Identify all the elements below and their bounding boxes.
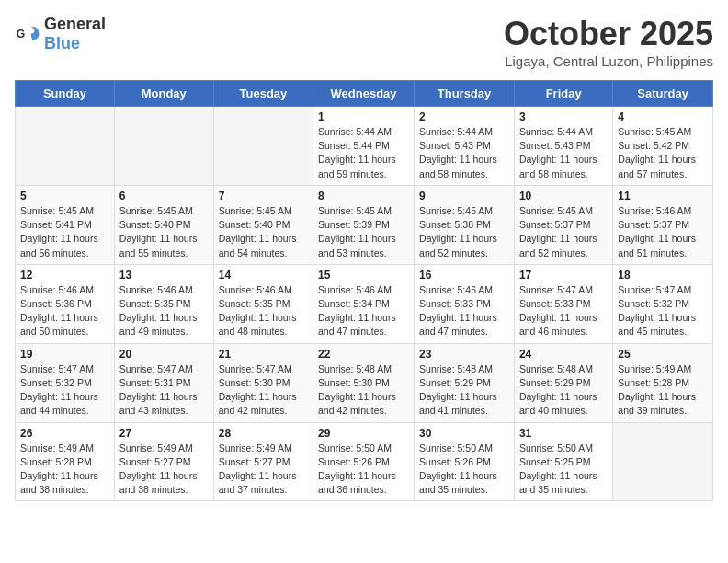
day-info: Sunrise: 5:45 AM Sunset: 5:38 PM Dayligh… bbox=[419, 204, 509, 260]
day-number: 18 bbox=[618, 269, 708, 282]
day-info: Sunrise: 5:50 AM Sunset: 5:25 PM Dayligh… bbox=[519, 442, 608, 498]
calendar-cell: 31Sunrise: 5:50 AM Sunset: 5:25 PM Dayli… bbox=[514, 422, 612, 501]
calendar-cell: 15Sunrise: 5:46 AM Sunset: 5:34 PM Dayli… bbox=[313, 264, 415, 343]
day-info: Sunrise: 5:49 AM Sunset: 5:27 PM Dayligh… bbox=[119, 442, 209, 498]
month-title: October 2025 bbox=[504, 15, 713, 53]
day-info: Sunrise: 5:50 AM Sunset: 5:26 PM Dayligh… bbox=[419, 442, 509, 498]
weekday-header-thursday: Thursday bbox=[415, 81, 515, 107]
day-number: 19 bbox=[20, 348, 109, 361]
day-info: Sunrise: 5:49 AM Sunset: 5:28 PM Dayligh… bbox=[618, 362, 708, 419]
day-info: Sunrise: 5:46 AM Sunset: 5:33 PM Dayligh… bbox=[419, 283, 509, 339]
day-info: Sunrise: 5:45 AM Sunset: 5:40 PM Dayligh… bbox=[219, 204, 308, 260]
day-number: 16 bbox=[419, 269, 509, 282]
day-info: Sunrise: 5:47 AM Sunset: 5:30 PM Dayligh… bbox=[219, 362, 308, 419]
day-number: 17 bbox=[519, 269, 608, 282]
calendar-cell: 1Sunrise: 5:44 AM Sunset: 5:44 PM Daylig… bbox=[313, 107, 415, 186]
title-block: October 2025 Ligaya, Central Luzon, Phil… bbox=[504, 15, 713, 69]
day-info: Sunrise: 5:49 AM Sunset: 5:27 PM Dayligh… bbox=[219, 442, 308, 498]
day-info: Sunrise: 5:46 AM Sunset: 5:35 PM Dayligh… bbox=[119, 283, 209, 339]
weekday-header-sunday: Sunday bbox=[16, 81, 115, 107]
day-number: 23 bbox=[419, 348, 509, 361]
day-number: 25 bbox=[618, 348, 708, 361]
weekday-header-friday: Friday bbox=[514, 81, 612, 107]
week-row-3: 19Sunrise: 5:47 AM Sunset: 5:32 PM Dayli… bbox=[16, 343, 713, 422]
day-info: Sunrise: 5:44 AM Sunset: 5:43 PM Dayligh… bbox=[519, 125, 608, 181]
calendar-cell: 9Sunrise: 5:45 AM Sunset: 5:38 PM Daylig… bbox=[415, 185, 515, 264]
calendar-cell: 7Sunrise: 5:45 AM Sunset: 5:40 PM Daylig… bbox=[213, 185, 313, 264]
weekday-header-wednesday: Wednesday bbox=[313, 81, 415, 107]
day-info: Sunrise: 5:46 AM Sunset: 5:36 PM Dayligh… bbox=[20, 283, 109, 339]
day-number: 5 bbox=[20, 190, 109, 202]
day-number: 24 bbox=[519, 348, 608, 361]
location-title: Ligaya, Central Luzon, Philippines bbox=[504, 53, 713, 69]
weekday-header-tuesday: Tuesday bbox=[213, 81, 313, 107]
calendar-cell: 3Sunrise: 5:44 AM Sunset: 5:43 PM Daylig… bbox=[514, 107, 612, 186]
logo-icon: G bbox=[15, 21, 40, 47]
day-info: Sunrise: 5:46 AM Sunset: 5:34 PM Dayligh… bbox=[318, 283, 409, 339]
day-info: Sunrise: 5:45 AM Sunset: 5:42 PM Dayligh… bbox=[618, 125, 708, 181]
logo-blue: Blue bbox=[44, 34, 80, 52]
logo-general: General bbox=[44, 15, 106, 33]
day-number: 27 bbox=[119, 427, 209, 440]
calendar-cell: 24Sunrise: 5:48 AM Sunset: 5:29 PM Dayli… bbox=[514, 343, 612, 422]
calendar-cell bbox=[16, 107, 115, 186]
day-number: 29 bbox=[318, 427, 409, 440]
calendar-cell: 17Sunrise: 5:47 AM Sunset: 5:33 PM Dayli… bbox=[514, 264, 612, 343]
day-number: 6 bbox=[119, 190, 209, 202]
calendar-cell: 13Sunrise: 5:46 AM Sunset: 5:35 PM Dayli… bbox=[114, 264, 213, 343]
week-row-0: 1Sunrise: 5:44 AM Sunset: 5:44 PM Daylig… bbox=[16, 107, 713, 186]
calendar-cell: 28Sunrise: 5:49 AM Sunset: 5:27 PM Dayli… bbox=[213, 422, 313, 501]
day-info: Sunrise: 5:48 AM Sunset: 5:30 PM Dayligh… bbox=[318, 362, 409, 419]
day-number: 14 bbox=[219, 269, 308, 282]
day-number: 21 bbox=[219, 348, 308, 361]
calendar-cell: 5Sunrise: 5:45 AM Sunset: 5:41 PM Daylig… bbox=[16, 185, 115, 264]
calendar-cell: 10Sunrise: 5:45 AM Sunset: 5:37 PM Dayli… bbox=[514, 185, 612, 264]
day-number: 2 bbox=[419, 110, 509, 123]
day-number: 12 bbox=[20, 269, 109, 282]
calendar-cell: 26Sunrise: 5:49 AM Sunset: 5:28 PM Dayli… bbox=[16, 422, 115, 501]
day-info: Sunrise: 5:45 AM Sunset: 5:41 PM Dayligh… bbox=[20, 204, 109, 260]
day-info: Sunrise: 5:49 AM Sunset: 5:28 PM Dayligh… bbox=[20, 442, 109, 498]
day-number: 11 bbox=[618, 190, 708, 202]
day-number: 4 bbox=[618, 110, 708, 123]
week-row-4: 26Sunrise: 5:49 AM Sunset: 5:28 PM Dayli… bbox=[16, 422, 713, 501]
calendar-cell: 14Sunrise: 5:46 AM Sunset: 5:35 PM Dayli… bbox=[213, 264, 313, 343]
calendar-cell: 19Sunrise: 5:47 AM Sunset: 5:32 PM Dayli… bbox=[16, 343, 115, 422]
day-info: Sunrise: 5:44 AM Sunset: 5:44 PM Dayligh… bbox=[318, 125, 409, 181]
calendar-table: SundayMondayTuesdayWednesdayThursdayFrid… bbox=[15, 80, 713, 501]
calendar-cell: 12Sunrise: 5:46 AM Sunset: 5:36 PM Dayli… bbox=[16, 264, 115, 343]
calendar-cell bbox=[213, 107, 313, 186]
calendar-cell: 16Sunrise: 5:46 AM Sunset: 5:33 PM Dayli… bbox=[415, 264, 515, 343]
weekday-header-monday: Monday bbox=[114, 81, 213, 107]
day-info: Sunrise: 5:45 AM Sunset: 5:39 PM Dayligh… bbox=[318, 204, 409, 260]
day-number: 8 bbox=[318, 190, 409, 202]
logo-text: General Blue bbox=[44, 15, 106, 53]
weekday-header-row: SundayMondayTuesdayWednesdayThursdayFrid… bbox=[16, 81, 713, 107]
day-number: 9 bbox=[419, 190, 509, 202]
calendar-cell bbox=[114, 107, 213, 186]
day-number: 20 bbox=[119, 348, 209, 361]
day-info: Sunrise: 5:47 AM Sunset: 5:33 PM Dayligh… bbox=[519, 283, 608, 339]
weekday-header-saturday: Saturday bbox=[613, 81, 713, 107]
day-number: 31 bbox=[519, 427, 608, 440]
page-header: G General Blue October 2025 Ligaya, Cent… bbox=[15, 15, 713, 69]
day-info: Sunrise: 5:45 AM Sunset: 5:37 PM Dayligh… bbox=[519, 204, 608, 260]
calendar-cell bbox=[613, 422, 713, 501]
day-number: 3 bbox=[519, 110, 608, 123]
day-info: Sunrise: 5:50 AM Sunset: 5:26 PM Dayligh… bbox=[318, 442, 409, 498]
calendar-cell: 23Sunrise: 5:48 AM Sunset: 5:29 PM Dayli… bbox=[415, 343, 515, 422]
calendar-cell: 4Sunrise: 5:45 AM Sunset: 5:42 PM Daylig… bbox=[613, 107, 713, 186]
day-info: Sunrise: 5:47 AM Sunset: 5:32 PM Dayligh… bbox=[20, 362, 109, 419]
calendar-cell: 8Sunrise: 5:45 AM Sunset: 5:39 PM Daylig… bbox=[313, 185, 415, 264]
calendar-cell: 18Sunrise: 5:47 AM Sunset: 5:32 PM Dayli… bbox=[613, 264, 713, 343]
day-number: 1 bbox=[318, 110, 409, 123]
calendar-cell: 2Sunrise: 5:44 AM Sunset: 5:43 PM Daylig… bbox=[415, 107, 515, 186]
svg-text:G: G bbox=[17, 28, 26, 40]
calendar-cell: 25Sunrise: 5:49 AM Sunset: 5:28 PM Dayli… bbox=[613, 343, 713, 422]
day-number: 15 bbox=[318, 269, 409, 282]
day-number: 30 bbox=[419, 427, 509, 440]
calendar-cell: 20Sunrise: 5:47 AM Sunset: 5:31 PM Dayli… bbox=[114, 343, 213, 422]
week-row-1: 5Sunrise: 5:45 AM Sunset: 5:41 PM Daylig… bbox=[16, 185, 713, 264]
day-info: Sunrise: 5:46 AM Sunset: 5:35 PM Dayligh… bbox=[219, 283, 308, 339]
day-info: Sunrise: 5:44 AM Sunset: 5:43 PM Dayligh… bbox=[419, 125, 509, 181]
